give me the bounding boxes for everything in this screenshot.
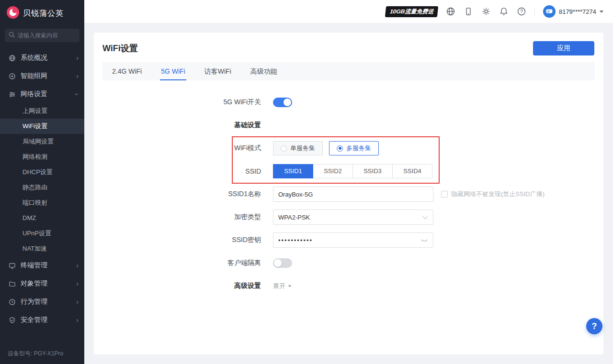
ssid-name-label: SSID1名称: [94, 190, 273, 199]
wifi-form: 5G WiFi开关 基础设置 WiFi模式 单服务集: [94, 95, 603, 294]
wifi-mode-row: WiFi模式 单服务集 多服务集: [94, 141, 603, 156]
gear-icon[interactable]: [481, 7, 491, 16]
network-plus-icon: [9, 73, 16, 80]
question-mark-icon: ?: [592, 321, 597, 331]
tab-5g-wifi[interactable]: 5G WiFi: [151, 62, 195, 80]
caret-down-icon: [288, 285, 292, 287]
ssid1-tab[interactable]: SSID1: [273, 164, 313, 178]
basic-settings-heading: 基础设置: [94, 121, 273, 130]
help-fab-button[interactable]: ?: [586, 318, 602, 334]
ssid-label: SSID: [94, 167, 273, 175]
promo-badge[interactable]: 10GB流量免费送: [385, 6, 438, 17]
wifi-switch-label: 5G WiFi开关: [94, 98, 273, 107]
account-menu[interactable]: 8179****7274: [543, 5, 603, 18]
wifi-switch-row: 5G WiFi开关: [94, 95, 603, 110]
help-circle-icon[interactable]: ?: [517, 7, 526, 16]
search-input[interactable]: [18, 32, 75, 39]
brand-name: 贝锐蒲公英: [23, 9, 64, 19]
highlighted-section: WiFi模式 单服务集 多服务集 SSID SSID1: [94, 141, 603, 179]
device-model: 设备型号: PGY-X1Pro: [8, 350, 63, 358]
chevron-right-icon: ›: [76, 298, 79, 305]
expand-advanced-link[interactable]: 展开: [273, 282, 292, 290]
radio-checked-icon: [337, 145, 343, 152]
encryption-value: WPA2-PSK: [278, 214, 310, 221]
ssid-segmented-control: SSID1 SSID2 SSID3 SSID4: [273, 164, 432, 178]
card-header: WiFi设置 应用: [94, 33, 603, 62]
network-settings-submenu: 上网设置 WiFi设置 局域网设置 网络检测 DHCP设置 静态路由 端口映射 …: [0, 103, 84, 256]
caret-down-icon: [600, 11, 603, 13]
sidebar-item-port-mapping[interactable]: 端口映射: [0, 195, 84, 210]
chevron-right-icon: ›: [76, 55, 79, 61]
client-isolation-toggle[interactable]: [273, 258, 292, 268]
sidebar-item-object-management[interactable]: 对象管理 ›: [0, 275, 84, 293]
sidebar-item-security-management[interactable]: 安全管理 ›: [0, 311, 84, 329]
ssid4-tab[interactable]: SSID4: [392, 164, 432, 178]
tab-advanced-features[interactable]: 高级功能: [241, 62, 287, 80]
encryption-select[interactable]: WPA2-PSK: [273, 210, 433, 225]
folder-icon: [9, 280, 16, 287]
sidebar-search[interactable]: [5, 29, 79, 42]
ssid2-tab[interactable]: SSID2: [313, 164, 353, 178]
sidebar-item-upnp-settings[interactable]: UPnP设置: [0, 226, 84, 241]
brand-logo-icon: [7, 6, 19, 21]
monitor-icon: [9, 262, 16, 269]
ssid3-tab[interactable]: SSID3: [352, 164, 393, 178]
mobile-device-icon[interactable]: [464, 7, 473, 16]
clock-icon: [9, 298, 16, 306]
chevron-down-icon: ›: [74, 93, 81, 96]
wifi-mode-option-multi[interactable]: 多服务集: [329, 141, 379, 155]
apply-button[interactable]: 应用: [533, 41, 594, 55]
hide-ssid-option[interactable]: 隐藏网络不被发现(禁止SSID广播): [441, 190, 545, 199]
hide-ssid-label: 隐藏网络不被发现(禁止SSID广播): [451, 190, 545, 199]
wifi-settings-card: WiFi设置 应用 2.4G WiFi 5G WiFi 访客WiFi 高级功能 …: [94, 33, 603, 354]
account-number: 8179****7274: [559, 8, 596, 15]
sidebar-item-dhcp-settings[interactable]: DHCP设置: [0, 165, 84, 180]
avatar: [543, 5, 556, 18]
hide-ssid-checkbox[interactable]: [441, 191, 448, 198]
sidebar-item-dmz[interactable]: DMZ: [0, 210, 84, 226]
sidebar-item-behavior-management[interactable]: 行为管理 ›: [0, 293, 84, 311]
sidebar-item-lan-settings[interactable]: 局域网设置: [0, 134, 84, 149]
radio-unchecked-icon: [281, 145, 287, 152]
page-title: WiFi设置: [102, 43, 138, 54]
tab-24g-wifi[interactable]: 2.4G WiFi: [102, 62, 151, 80]
password-masked-value: •••••••••••: [278, 237, 313, 243]
toggle-knob: [274, 259, 282, 267]
sliders-icon: [9, 91, 16, 98]
sidebar-item-network-settings[interactable]: 网络设置 ›: [0, 85, 84, 103]
sidebar: 贝锐蒲公英 系统概况 › 智能组网 › 网络设置 › 上网设置 WiFi设置 局…: [0, 0, 84, 364]
topbar: 10GB流量免费送 ? 8179****7274: [84, 0, 613, 23]
shield-icon: [9, 317, 16, 324]
sidebar-item-internet-settings[interactable]: 上网设置: [0, 103, 84, 119]
bell-icon[interactable]: [499, 7, 509, 16]
wifi-switch-toggle[interactable]: [273, 98, 292, 107]
sidebar-item-network-check[interactable]: 网络检测: [0, 149, 84, 165]
content-area: WiFi设置 应用 2.4G WiFi 5G WiFi 访客WiFi 高级功能 …: [84, 23, 613, 364]
eye-off-icon[interactable]: [420, 235, 428, 245]
globe-icon: [9, 55, 16, 62]
topbar-divider: [534, 8, 535, 15]
tab-guest-wifi[interactable]: 访客WiFi: [195, 62, 241, 80]
language-globe-icon[interactable]: [446, 7, 455, 16]
password-field[interactable]: •••••••••••: [273, 232, 433, 248]
encryption-row: 加密类型 WPA2-PSK: [94, 210, 603, 225]
password-row: SSID密钥 •••••••••••: [94, 232, 603, 248]
sidebar-item-system-overview[interactable]: 系统概况 ›: [0, 49, 84, 67]
advanced-settings-row: 高级设置 展开: [94, 278, 603, 294]
client-isolation-row: 客户端隔离: [94, 255, 603, 271]
sidebar-item-terminal-management[interactable]: 终端管理 ›: [0, 256, 84, 275]
search-icon: [9, 31, 15, 40]
ssid-name-row: SSID1名称 隐藏网络不被发现(禁止SSID广播): [94, 187, 603, 202]
wifi-mode-option-single[interactable]: 单服务集: [273, 141, 323, 155]
ssid-select-row: SSID SSID1 SSID2 SSID3 SSID4: [94, 164, 603, 179]
ssid-name-input[interactable]: [273, 187, 433, 202]
advanced-settings-label: 高级设置: [94, 282, 273, 290]
chevron-down-icon: [422, 214, 428, 219]
chevron-right-icon: ›: [76, 280, 79, 287]
sidebar-item-nat-acceleration[interactable]: NAT加速: [0, 241, 84, 256]
client-isolation-label: 客户端隔离: [94, 259, 273, 267]
sidebar-item-wifi-settings[interactable]: WiFi设置: [0, 119, 84, 134]
sidebar-item-static-route[interactable]: 静态路由: [0, 180, 84, 195]
sidebar-item-smart-network[interactable]: 智能组网 ›: [0, 67, 84, 85]
main-area: 10GB流量免费送 ? 8179****7274 WiFi设置 应用: [84, 0, 613, 364]
